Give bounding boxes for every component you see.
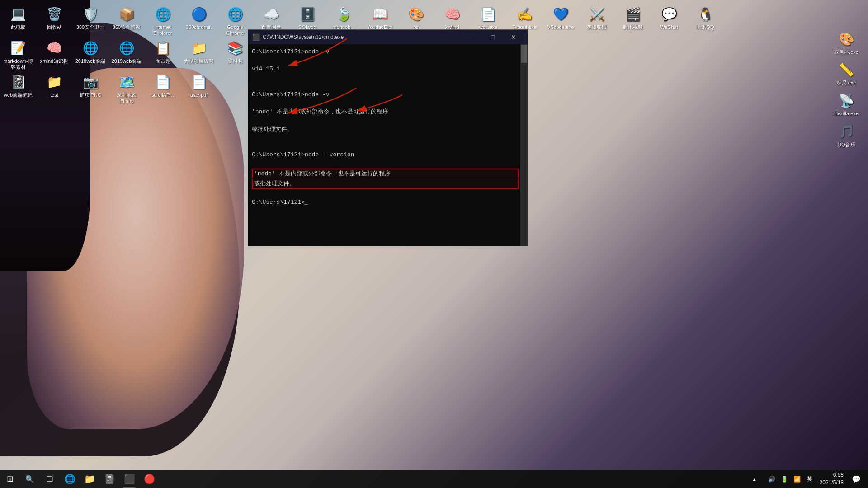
desktop-icon-ie[interactable]: 🌐 Internet Explorer [145, 2, 181, 39]
cmd-title: C:\WINDOWS\system32\cmd.exe [263, 34, 462, 40]
onenote-icon: 📓 [104, 474, 115, 484]
task-view-icon: ❑ [47, 475, 53, 483]
desktop-icons-row1b: 🧠 XMind 📄 wps.exe ✍️ Typora.exe 💙 VScode… [434, 2, 723, 33]
taskbar-app-explorer[interactable]: 📁 [80, 470, 99, 488]
desktop-icon-360chrome[interactable]: 🔵 360chrome. [181, 2, 217, 39]
desktop-icon-web2018[interactable]: 🌐 2018web前端 [72, 36, 108, 73]
desktop-icons-row2: 📝 markdown-博客素材 🧠 xmind知识树 🌐 2018web前端 🌐… [0, 36, 289, 73]
window-controls: – □ ✕ [462, 30, 524, 44]
desktop-icon-capture[interactable]: 📷 捕获.PNG [72, 70, 108, 107]
desktop-icon-ruler[interactable]: 📏 标尺.exe [828, 58, 864, 89]
start-button[interactable]: ⊞ [0, 470, 20, 488]
desktop-icon-daxing[interactable]: 📁 大型项目练习 [181, 36, 217, 73]
notification-button[interactable]: 💬 [848, 470, 864, 488]
desktop-icon-colorpicker[interactable]: 🎨 取色器.exe [828, 27, 864, 58]
clock-time: 6:58 [820, 471, 844, 479]
desktop-icon-computer[interactable]: 💻 此电脑 [0, 2, 36, 39]
desktop-icon-test[interactable]: 📁 test [36, 70, 72, 107]
cmd-line-4: 'node' 不是内部或外部命令，也不是可运行的程序 [252, 108, 519, 116]
desktop-icon-360mgr[interactable]: 📦 360软件管家 [108, 2, 145, 39]
desktop-icon-markdown[interactable]: 📝 markdown-博客素材 [0, 36, 36, 73]
desktop-icon-lol[interactable]: ⚔️ 英雄联盟 [579, 2, 615, 33]
taskbar-clock[interactable]: 6:58 2021/5/18 [817, 470, 846, 488]
taskbar-app-chrome[interactable]: 🌐 [60, 470, 80, 488]
explorer-icon: 📁 [84, 474, 95, 484]
desktop-icon-web2019[interactable]: 🌐 2019web前端 [108, 36, 145, 73]
cmd-line-5: 或批处理文件。 [252, 126, 519, 134]
cmd-titlebar[interactable]: ⬛ C:\WINDOWS\system32\cmd.exe – □ ✕ [248, 30, 528, 44]
cmd-line-2: v14.15.1 [252, 65, 519, 73]
desktop-icon-filezilla[interactable]: 📡 filezilla.exe [828, 89, 864, 119]
desktop-icons-row3: 📓 web前端笔记 📁 test 📷 捕获.PNG 🗺️ 深圳地铁图.png 📄… [0, 70, 217, 107]
desktop-icon-recycle[interactable]: 🗑️ 回收站 [36, 2, 72, 39]
system-tray: ▲ 🔊 🔋 📶 英 6:58 2021/5/18 💬 [745, 470, 868, 488]
tray-network-icon[interactable]: 📶 [792, 475, 802, 483]
search-icon: 🔍 [25, 475, 34, 483]
desktop-icon-ajax[interactable]: 📄 ajax.pdf [181, 70, 217, 107]
cmd-line-1: C:\Users\17121>node -v [252, 48, 519, 56]
desktop-icon-xmind2[interactable]: 🧠 xmind知识树 [36, 36, 72, 73]
tray-battery-icon[interactable]: 🔋 [779, 475, 790, 483]
cmd-line-cursor: C:\Users\17121>_ [252, 198, 519, 206]
desktop-icon-wps[interactable]: 📄 wps.exe [470, 2, 506, 33]
cmd-body[interactable]: C:\Users\17121>node -v v14.15.1 C:\Users… [248, 44, 528, 246]
tray-speaker-icon[interactable]: 🔊 [766, 475, 777, 483]
taskbar: ⊞ 🔍 ❑ 🌐 📁 📓 ⬛ 🔴 ▲ 🔊 🔋 📶 [0, 470, 868, 488]
desktop-icon-qq[interactable]: 🐧 腾讯QQ [687, 2, 723, 33]
taskbar-search-button[interactable]: 🔍 [20, 470, 40, 488]
close-button[interactable]: ✕ [503, 30, 524, 44]
desktop-icon-qqmusic[interactable]: 🎵 QQ音乐 [828, 120, 864, 150]
desktop-icon-shenzhen[interactable]: 🗺️ 深圳地铁图.png [108, 70, 145, 107]
desktop-icon-webnotes[interactable]: 📓 web前端笔记 [0, 70, 36, 107]
cmd-line-error-2: 或批处理文件。 [252, 179, 519, 189]
desktop-icon-iscroll[interactable]: 📄 iscrollAPI... [145, 70, 181, 107]
clock-date: 2021/5/18 [820, 479, 844, 487]
cmd-window: ⬛ C:\WINDOWS\system32\cmd.exe – □ ✕ C:\U… [248, 29, 528, 246]
desktop-icon-vscode[interactable]: 💙 VScode.exe [542, 2, 579, 33]
taskbar-app-onenote[interactable]: 📓 [99, 470, 119, 488]
desktop-icon-tencent[interactable]: 🎬 腾讯视频 [615, 2, 651, 33]
language-indicator[interactable]: 英 [804, 474, 815, 484]
windows-icon: ⊞ [7, 474, 14, 484]
right-desktop-icons: 🎨 取色器.exe 📏 标尺.exe 📡 filezilla.exe 🎵 QQ音… [828, 27, 864, 150]
cmd-scrollbar[interactable] [520, 44, 528, 246]
desktop-icon-wechat[interactable]: 💬 WeChat [651, 2, 687, 33]
cmd-scrollbar-thumb[interactable] [521, 45, 527, 63]
cmd-taskbar-icon: ⬛ [124, 474, 135, 484]
cmd-line-error-1: 'node' 不是内部或外部命令，也不是可运行的程序 [252, 169, 519, 178]
task-view-button[interactable]: ❑ [40, 470, 60, 488]
chrome-icon: 🌐 [64, 474, 75, 484]
taskbar-app-cmd[interactable]: ⬛ [119, 470, 139, 488]
taskbar-apps: 🌐 📁 📓 ⬛ 🔴 [60, 470, 745, 488]
desktop-icon-mianshi[interactable]: 📋 面试题 [145, 36, 181, 73]
desktop-icon-360safe[interactable]: 🛡️ 360安全卫士 [72, 2, 108, 39]
minimize-button[interactable]: – [462, 30, 482, 44]
taskbar-app-misc1[interactable]: 🔴 [139, 470, 159, 488]
tray-overflow-button[interactable]: ▲ [745, 470, 764, 488]
cmd-line-3: C:\Users\17121>node -v [252, 91, 519, 99]
notification-icon: 💬 [852, 475, 861, 483]
restore-button[interactable]: □ [482, 30, 503, 44]
desktop-icon-xmind[interactable]: 🧠 XMind [434, 2, 470, 33]
chevron-icon: ▲ [752, 477, 757, 482]
cmd-window-icon: ⬛ [252, 33, 260, 41]
desktop-icon-typora[interactable]: ✍️ Typora.exe [506, 2, 542, 33]
cmd-line-6: C:\Users\17121>node --version [252, 151, 519, 159]
misc1-icon: 🔴 [144, 474, 155, 484]
